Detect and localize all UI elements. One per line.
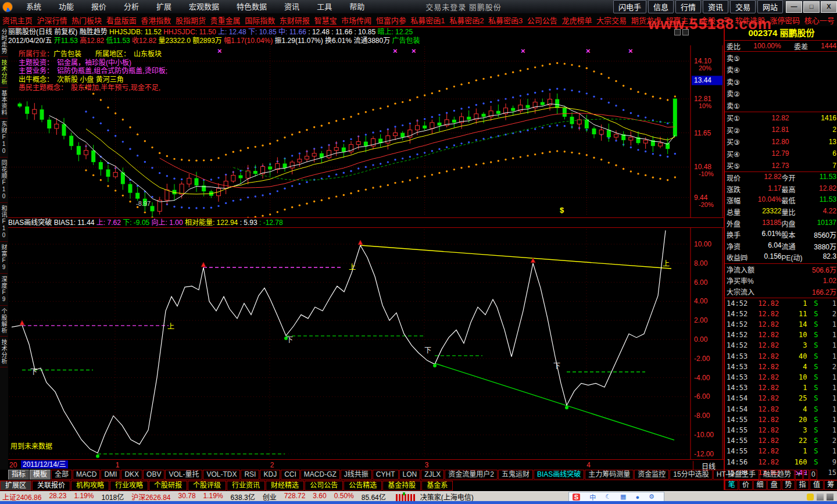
- maximize-button[interactable]: □: [803, 1, 820, 13]
- menu-item-分析[interactable]: 分析: [115, 2, 148, 11]
- quick-link-私募密函3[interactable]: 私募密函3: [488, 15, 523, 26]
- tab-button--[interactable]: -: [803, 470, 809, 480]
- menu-item-帮助[interactable]: 帮助: [341, 2, 373, 11]
- quote-tab-细[interactable]: 细: [753, 480, 767, 490]
- tab-button-+[interactable]: +: [795, 470, 803, 480]
- buy-row[interactable]: 买④12.796: [725, 148, 837, 160]
- quick-link-东财研报[interactable]: 东财研报: [280, 15, 310, 26]
- titlebar-button-行情[interactable]: 行情: [675, 0, 701, 13]
- quick-link-大宗交易[interactable]: 大宗交易: [596, 15, 627, 26]
- buy-row[interactable]: 买②12.812: [725, 124, 837, 136]
- extension-tab-机构攻略[interactable]: 机构攻略: [71, 481, 109, 491]
- user-icon[interactable]: ●: [635, 494, 639, 501]
- titlebar-button-闪电手[interactable]: 闪电手: [613, 0, 646, 13]
- quick-link-公司公告[interactable]: 公司公告: [527, 15, 557, 26]
- sell-row[interactable]: 卖③: [725, 76, 837, 88]
- quick-link-沪深行情[interactable]: 沪深行情: [37, 15, 67, 26]
- quick-link-私募密函2[interactable]: 私募密函2: [449, 15, 484, 26]
- extension-tab-行业攻略[interactable]: 行业攻略: [110, 481, 148, 491]
- indicator-tab-KDJ[interactable]: KDJ: [260, 470, 280, 480]
- chinese-mode-icon[interactable]: 中: [589, 492, 596, 502]
- sidebar-item-深度F9[interactable]: 深度F9: [0, 274, 8, 306]
- minimize-button[interactable]: —: [786, 1, 802, 13]
- sell-row[interactable]: 卖④: [725, 64, 837, 76]
- sell-row[interactable]: 卖⑤: [725, 52, 837, 64]
- quote-tab-价[interactable]: 价: [739, 480, 752, 490]
- tick-list[interactable]: 14:5212.821S114:5212.8211S214:5212.8214S…: [725, 298, 837, 478]
- indicator-tab-J线共振[interactable]: J线共振: [341, 470, 372, 480]
- quick-link-国际指数[interactable]: 国际指数: [245, 15, 275, 26]
- sidebar-item-个股解析[interactable]: 个股解析: [0, 306, 8, 337]
- extension-tab-基金持股[interactable]: 基金持股: [382, 481, 421, 491]
- quick-link-恒富内参[interactable]: 恒富内参: [376, 15, 406, 26]
- sidebar-item-技术分析[interactable]: 技术分析: [0, 337, 8, 367]
- menu-item-功能[interactable]: 功能: [50, 2, 83, 11]
- extension-tab-公告精选[interactable]: 公告精选: [344, 481, 382, 491]
- titlebar-button-网站[interactable]: 网站: [757, 0, 783, 13]
- quote-tab-盘[interactable]: 盘: [767, 480, 781, 490]
- buy-row[interactable]: 买③12.8013: [725, 136, 837, 148]
- menu-item-资讯[interactable]: 资讯: [276, 2, 308, 11]
- moon-icon[interactable]: ☾: [605, 493, 611, 501]
- menu-item-系统[interactable]: 系统: [17, 2, 50, 11]
- indicator-tab-15分中选股[interactable]: 15分中选股: [670, 470, 712, 480]
- notice-icon[interactable]: [807, 494, 814, 501]
- menu-item-特色数据[interactable]: 特色数据: [228, 2, 276, 11]
- quick-link-热门板块[interactable]: 热门板块: [71, 15, 102, 26]
- close-button[interactable]: X: [821, 1, 837, 13]
- indicator-tab-资金监控[interactable]: 资金监控: [634, 470, 669, 480]
- indicator-tab-模板[interactable]: 模板: [30, 470, 51, 480]
- sidebar-item-东财F10[interactable]: 东财F10: [0, 119, 8, 158]
- quote-tab-指[interactable]: 指: [796, 480, 809, 490]
- quick-link-龙虎榜单[interactable]: 龙虎榜单: [561, 15, 592, 26]
- sidebar-item-基本资料[interactable]: 基本资料: [0, 88, 8, 119]
- indicator-tab-VOL-量托[interactable]: VOL-量托: [165, 470, 202, 480]
- indicator-tab-融胜趋势[interactable]: 融胜趋势: [760, 470, 795, 480]
- indicator-tab-ZJLX[interactable]: ZJLX: [421, 470, 444, 480]
- menu-item-工具[interactable]: 工具: [308, 2, 341, 11]
- sidebar-item-和讯F10[interactable]: 和讯F10: [0, 203, 8, 242]
- indicator-tab-VOL-TDX[interactable]: VOL-TDX: [203, 470, 240, 480]
- indicator-tab-CYHT[interactable]: CYHT: [373, 470, 399, 480]
- extension-tab-关联报价[interactable]: 关联报价: [32, 481, 70, 491]
- indicator-tab-全部[interactable]: 全部: [51, 470, 72, 480]
- candlestick-chart[interactable]: ××××××$-8.9714.1020%12.8110%11.6510.48-1…: [8, 45, 724, 217]
- mini-index-chart-icon[interactable]: [396, 493, 416, 501]
- quick-link-涨停密码[interactable]: 涨停密码: [770, 15, 800, 26]
- indicator-tab-RSI[interactable]: RSI: [241, 470, 259, 480]
- sidebar-item-分时走势[interactable]: 分时走势: [0, 26, 8, 57]
- sidebar-item-同花顺F10[interactable]: 同花顺F10: [0, 158, 8, 203]
- quick-link-股指期货[interactable]: 股指期货: [176, 15, 206, 26]
- input-method-bar[interactable]: S中☾▦●⚙: [568, 492, 664, 502]
- extension-tab-个股研报[interactable]: 个股研报: [149, 481, 187, 491]
- quick-link-智慧宝[interactable]: 智慧宝: [314, 15, 337, 26]
- quick-link-资讯主页[interactable]: 资讯主页: [2, 15, 33, 26]
- extension-tab-个股评级[interactable]: 个股评级: [188, 481, 226, 491]
- quick-link-私募密函1[interactable]: 私募密函1: [410, 15, 445, 26]
- indicator-tab-资金流量用户2[interactable]: 资金流量用户2: [445, 470, 498, 480]
- quote-tab-势[interactable]: 势: [782, 480, 795, 490]
- menu-item-报价[interactable]: 报价: [83, 2, 115, 11]
- sidebar-item-技术分析[interactable]: 技术分析: [0, 57, 8, 88]
- network-icon[interactable]: [817, 494, 824, 501]
- indicator-tab-CCI[interactable]: CCI: [281, 470, 300, 480]
- extension-tab-财经精选[interactable]: 财经精选: [266, 481, 304, 491]
- quote-tab-值[interactable]: 值: [810, 480, 823, 490]
- titlebar-button-交易[interactable]: 交易: [730, 0, 756, 13]
- titlebar-button-资讯[interactable]: 资讯: [703, 0, 728, 13]
- quick-link-看盘版面[interactable]: 看盘版面: [106, 15, 137, 26]
- update-icon[interactable]: [827, 494, 834, 501]
- indicator-tab-MACD[interactable]: MACD: [73, 470, 100, 480]
- indicator-tab-OBV[interactable]: OBV: [143, 470, 164, 480]
- quote-tab-笔[interactable]: 笔: [725, 480, 738, 490]
- indicator-tab-主力筹码测量[interactable]: 主力筹码测量: [585, 470, 634, 480]
- tab-button-0[interactable]: 0: [810, 470, 817, 480]
- buy-row[interactable]: 买⑤12.737: [725, 160, 837, 172]
- indicator-tab-指标[interactable]: 指标: [8, 470, 29, 480]
- extension-tab-行业资讯[interactable]: 行业资讯: [227, 481, 265, 491]
- indicator-tab-五鬼运财[interactable]: 五鬼运财: [498, 470, 533, 480]
- indicator-tab-BIAS画线突破[interactable]: BIAS画线突破: [534, 470, 584, 480]
- sell-row[interactable]: 卖②: [725, 88, 837, 100]
- sell-row[interactable]: 卖①: [725, 99, 837, 112]
- extension-tab-扩展区[interactable]: 扩展区: [0, 481, 31, 491]
